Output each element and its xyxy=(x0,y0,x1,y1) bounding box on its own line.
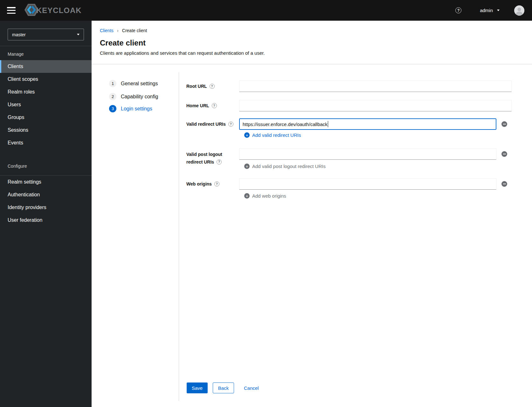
sidebar-item-users[interactable]: Users xyxy=(0,98,92,111)
realm-selector-value: master xyxy=(12,32,26,37)
plus-circle-icon: + xyxy=(244,193,250,199)
breadcrumb: Clients › Create client xyxy=(100,28,532,33)
top-bar: KEYCLOAK ? admin xyxy=(0,0,532,21)
sidebar-item-events[interactable]: Events xyxy=(0,137,92,149)
step-number: 2 xyxy=(109,93,116,100)
wizard-divider xyxy=(179,72,179,401)
form-actions: Save Back Cancel xyxy=(187,382,259,393)
brand-name: KEYCLOAK xyxy=(36,6,82,15)
step-label: General settings xyxy=(121,81,158,87)
sidebar-item-client-scopes[interactable]: Client scopes xyxy=(0,73,92,86)
step-number: 1 xyxy=(109,80,116,87)
nav-group-configure: Configure xyxy=(0,149,92,172)
content-area: Clients › Create client Create client Cl… xyxy=(92,21,532,407)
root-url-help-icon[interactable]: ? xyxy=(210,84,215,89)
sidebar-item-identity-providers[interactable]: Identity providers xyxy=(0,201,92,214)
sidebar-item-sessions[interactable]: Sessions xyxy=(0,124,92,137)
sidebar-item-realm-roles[interactable]: Realm roles xyxy=(0,86,92,98)
remove-redirect-uri-button[interactable] xyxy=(501,121,507,127)
sidebar-item-authentication[interactable]: Authentication xyxy=(0,188,92,201)
back-button[interactable]: Back xyxy=(213,382,234,393)
sidebar-item-user-federation[interactable]: User federation xyxy=(0,214,92,227)
realm-selector-caret-icon xyxy=(77,34,79,35)
sidebar-item-groups[interactable]: Groups xyxy=(0,111,92,124)
save-button[interactable]: Save xyxy=(187,382,208,393)
user-menu-label[interactable]: admin xyxy=(480,8,493,13)
create-client-wizard: 1 General settings 2 Capability config 3… xyxy=(92,64,532,407)
plus-circle-icon: + xyxy=(244,132,250,138)
page-header: Clients › Create client Create client Cl… xyxy=(92,21,532,64)
nav-group-manage: Manage xyxy=(0,46,92,60)
post-logout-uris-help-icon[interactable]: ? xyxy=(217,159,222,165)
add-redirect-uri-button[interactable]: + Add valid redirect URIs xyxy=(244,132,301,138)
text-cursor xyxy=(328,121,328,127)
sidebar-item-realm-settings[interactable]: Realm settings xyxy=(0,176,92,188)
step-number: 3 xyxy=(109,105,116,112)
remove-post-logout-uri-button[interactable] xyxy=(501,151,507,157)
add-web-origin-button[interactable]: + Add web origins xyxy=(244,193,286,199)
step-label: Capability config xyxy=(121,94,158,100)
home-url-label: Home URL ? xyxy=(186,100,217,111)
home-url-help-icon[interactable]: ? xyxy=(212,103,217,108)
sidebar-item-clients[interactable]: Clients xyxy=(0,60,92,73)
valid-redirect-uri-value: https://issuer.enforce.dev/oauth/callbac… xyxy=(243,122,328,127)
breadcrumb-clients-link[interactable]: Clients xyxy=(100,28,114,33)
breadcrumb-separator-icon: › xyxy=(117,28,119,33)
realm-selector[interactable]: master xyxy=(8,29,84,40)
wizard-step-general-settings[interactable]: 1 General settings xyxy=(109,80,158,87)
valid-redirect-uris-help-icon[interactable]: ? xyxy=(228,122,233,127)
post-logout-uri-input[interactable] xyxy=(239,148,496,160)
cancel-button[interactable]: Cancel xyxy=(244,382,259,393)
keycloak-admin-console: KEYCLOAK ? admin master Manage Clients C… xyxy=(0,0,532,407)
keycloak-logo[interactable]: KEYCLOAK xyxy=(24,4,82,17)
valid-redirect-uris-label: Valid redirect URIs ? xyxy=(186,118,233,130)
plus-circle-icon: + xyxy=(244,164,250,169)
topbar-actions: ? admin xyxy=(455,5,532,16)
wizard-step-capability-config[interactable]: 2 Capability config xyxy=(109,93,158,100)
post-logout-uris-label: Valid post logout redirect URIs ? xyxy=(186,151,222,166)
remove-web-origin-button[interactable] xyxy=(501,181,507,187)
wizard-step-login-settings[interactable]: 3 Login settings xyxy=(109,105,152,112)
breadcrumb-current: Create client xyxy=(122,28,147,33)
help-icon[interactable]: ? xyxy=(455,7,461,13)
root-url-label: Root URL ? xyxy=(186,81,215,92)
web-origins-help-icon[interactable]: ? xyxy=(214,181,219,186)
avatar[interactable] xyxy=(514,5,524,16)
user-menu-caret-icon[interactable] xyxy=(497,10,500,11)
sidebar: master Manage Clients Client scopes Real… xyxy=(0,21,92,407)
home-url-input[interactable] xyxy=(239,100,512,111)
web-origin-input[interactable] xyxy=(239,178,496,190)
web-origins-label: Web origins ? xyxy=(186,178,219,190)
valid-redirect-uri-input[interactable]: https://issuer.enforce.dev/oauth/callbac… xyxy=(239,118,496,130)
step-label: Login settings xyxy=(121,106,152,112)
page-description: Clients are applications and services th… xyxy=(100,50,532,56)
hamburger-menu-icon[interactable] xyxy=(7,7,16,14)
root-url-input[interactable] xyxy=(239,81,512,92)
page-title: Create client xyxy=(100,39,532,47)
add-post-logout-uri-button[interactable]: + Add valid post logout redirect URIs xyxy=(244,164,326,169)
